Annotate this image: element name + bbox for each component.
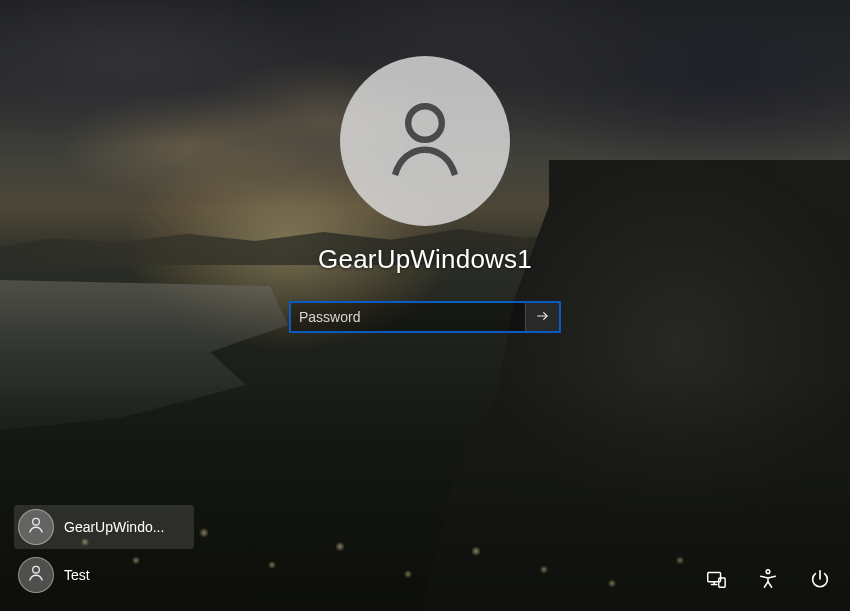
svg-line-11 [768,582,772,588]
user-switcher-list: GearUpWindo... Test [14,505,194,597]
user-avatar-small [18,557,54,593]
person-icon [26,515,46,539]
svg-point-2 [33,518,40,525]
user-switcher-item[interactable]: GearUpWindo... [14,505,194,549]
power-button[interactable] [808,569,832,593]
user-switcher-label: Test [64,567,90,583]
system-buttons-row [704,569,832,593]
arrow-right-icon [535,308,551,327]
svg-point-3 [33,566,40,573]
user-avatar-large [340,56,510,226]
svg-point-8 [766,570,770,574]
person-icon [377,91,473,191]
svg-rect-7 [719,578,725,587]
user-switcher-item[interactable]: Test [14,553,194,597]
password-row [289,301,561,333]
network-icon [705,568,727,594]
person-icon [26,563,46,587]
power-icon [809,568,831,594]
login-panel: GearUpWindows1 [289,56,561,333]
password-input[interactable] [291,303,525,331]
username-label: GearUpWindows1 [318,244,532,275]
svg-line-10 [764,582,768,588]
user-switcher-label: GearUpWindo... [64,519,164,535]
svg-point-0 [408,106,442,140]
user-avatar-small [18,509,54,545]
accessibility-button[interactable] [756,569,780,593]
submit-button[interactable] [525,303,559,331]
accessibility-icon [757,568,779,594]
network-button[interactable] [704,569,728,593]
